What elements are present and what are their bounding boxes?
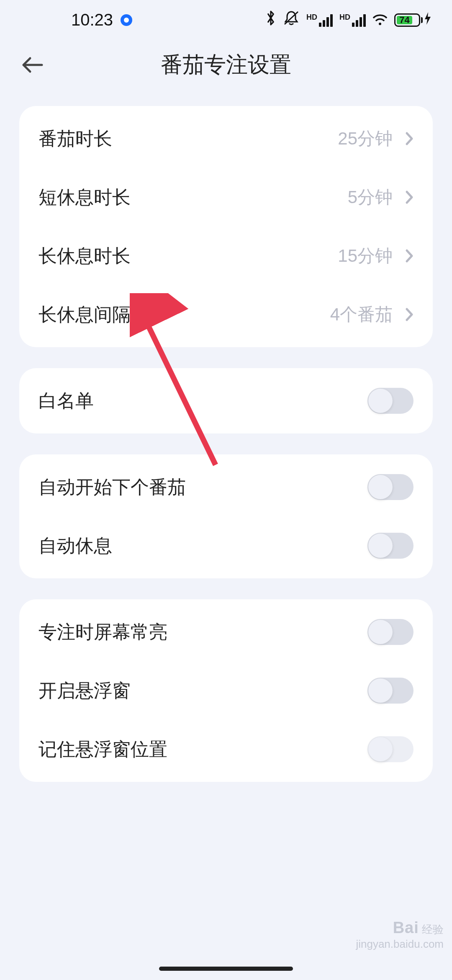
chevron-right-icon [405, 132, 413, 146]
row-pomodoro-duration[interactable]: 番茄时长 25分钟 [19, 109, 433, 168]
page-title: 番茄专注设置 [0, 50, 452, 80]
battery-percent: 74 [397, 16, 412, 24]
toggle-auto-next[interactable] [367, 474, 413, 500]
label-pomodoro-duration: 番茄时长 [39, 126, 112, 151]
status-left: 10:23 [71, 10, 132, 29]
row-long-break-interval[interactable]: 长休息间隔 4个番茄 [19, 285, 433, 344]
signal-2: HD [339, 13, 366, 27]
toggle-floating[interactable] [367, 678, 413, 704]
row-screen-on: 专注时屏幕常亮 [19, 603, 433, 661]
watermark-brand: Bai [393, 919, 419, 936]
label-long-break-interval: 长休息间隔 [39, 302, 131, 327]
chevron-right-icon [405, 249, 413, 263]
row-whitelist: 白名单 [19, 371, 433, 430]
value-pomodoro-duration: 25分钟 [338, 127, 393, 150]
value-long-break-interval: 4个番茄 [330, 303, 393, 326]
settings-content: 番茄时长 25分钟 短休息时长 5分钟 长休息时长 15分钟 长休息间隔 4个番… [0, 90, 452, 782]
bluetooth-icon [265, 10, 276, 30]
status-time: 10:23 [71, 10, 113, 29]
row-auto-next: 自动开始下个番茄 [19, 458, 433, 516]
chevron-right-icon [405, 307, 413, 322]
auto-group: 自动开始下个番茄 自动休息 [19, 454, 433, 578]
label-remember-float: 记住悬浮窗位置 [39, 737, 167, 762]
label-long-break: 长休息时长 [39, 244, 131, 268]
watermark-brand2: 经验 [422, 923, 444, 936]
signal-1: HD [306, 13, 333, 27]
value-short-break: 5分钟 [348, 186, 393, 209]
row-long-break[interactable]: 长休息时长 15分钟 [19, 227, 433, 285]
wifi-icon [372, 10, 388, 29]
hd-label-1: HD [306, 13, 317, 22]
label-short-break: 短休息时长 [39, 185, 131, 210]
toggle-whitelist[interactable] [367, 388, 413, 414]
label-auto-next: 自动开始下个番茄 [39, 475, 186, 500]
label-auto-rest: 自动休息 [39, 534, 112, 558]
dnd-icon [283, 10, 300, 30]
page-header: 番茄专注设置 [0, 40, 452, 90]
toggle-remember-float[interactable] [367, 736, 413, 762]
row-remember-float: 记住悬浮窗位置 [19, 720, 433, 779]
chevron-right-icon [405, 190, 413, 204]
hd-label-2: HD [339, 13, 350, 22]
watermark: Bai 经验 jingyan.baidu.com [356, 918, 444, 951]
watermark-url: jingyan.baidu.com [356, 938, 444, 951]
svg-point-1 [379, 23, 381, 25]
row-auto-rest: 自动休息 [19, 516, 433, 575]
status-right: HD HD 74 [265, 10, 431, 30]
label-whitelist: 白名单 [39, 389, 94, 413]
label-floating: 开启悬浮窗 [39, 678, 131, 703]
duration-group: 番茄时长 25分钟 短休息时长 5分钟 长休息时长 15分钟 长休息间隔 4个番… [19, 106, 433, 347]
row-short-break[interactable]: 短休息时长 5分钟 [19, 168, 433, 227]
home-indicator[interactable] [159, 967, 293, 971]
status-bar: 10:23 HD HD 74 [0, 0, 452, 40]
row-floating: 开启悬浮窗 [19, 661, 433, 720]
label-screen-on: 专注时屏幕常亮 [39, 620, 167, 645]
display-group: 专注时屏幕常亮 开启悬浮窗 记住悬浮窗位置 [19, 599, 433, 782]
toggle-auto-rest[interactable] [367, 533, 413, 559]
value-long-break: 15分钟 [338, 244, 393, 268]
battery-icon: 74 [394, 12, 431, 28]
record-indicator-icon [121, 14, 132, 26]
toggle-screen-on[interactable] [367, 619, 413, 645]
whitelist-group: 白名单 [19, 368, 433, 433]
charging-bolt-icon [424, 12, 431, 28]
